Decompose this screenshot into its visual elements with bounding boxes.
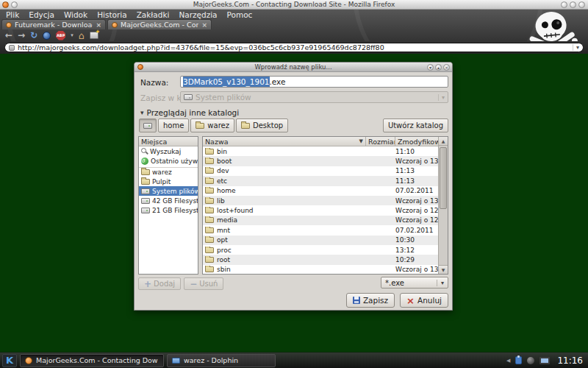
- places-item[interactable]: System plików: [139, 186, 198, 196]
- drive-icon: [184, 94, 193, 100]
- places-item[interactable]: Ostatnio używane: [139, 156, 198, 166]
- display-settings-icon[interactable]: [539, 357, 550, 364]
- save-button[interactable]: Zapisz: [346, 293, 395, 308]
- dialog-maximize-icon[interactable]: ▴: [435, 64, 442, 71]
- stop-button[interactable]: [43, 32, 51, 40]
- cancel-button[interactable]: × Anuluj: [400, 293, 448, 308]
- path-segment-button[interactable]: home: [158, 118, 189, 132]
- browser-tab[interactable]: Futuremark - Download - 3DM... ×: [1, 19, 106, 29]
- scroll-down-icon[interactable]: ▼: [439, 265, 448, 274]
- file-row[interactable]: bin 11:10: [203, 146, 438, 156]
- adblock-chevron-icon[interactable]: ▾: [71, 30, 74, 40]
- file-filter-combo[interactable]: *.exe ▾: [381, 277, 448, 289]
- menu-item[interactable]: Plik: [6, 10, 19, 19]
- menu-item[interactable]: Pomoc: [227, 10, 253, 19]
- window-titlebar[interactable]: MajorGeeks.Com - Contacting Download Sit…: [0, 0, 588, 10]
- scrollbar-thumb[interactable]: [440, 147, 447, 209]
- add-bookmark-button[interactable]: + Dodaj: [138, 277, 181, 290]
- file-row[interactable]: media Wczoraj o 12:22: [203, 216, 438, 225]
- filter-value: *.exe: [385, 279, 404, 287]
- adblock-plus-icon[interactable]: ABP: [56, 31, 65, 40]
- folder-icon: [241, 123, 250, 129]
- taskbar-task[interactable]: MajorGeeks.Com - Contacting Dow: [20, 354, 164, 367]
- file-modified: Wczoraj o 13:03: [395, 266, 438, 273]
- back-button[interactable]: ←: [5, 30, 12, 40]
- location-bar-row: http://majorgeeks.com/downloadget.php?id…: [0, 41, 588, 54]
- places-item[interactable]: 42 GB Filesystem: [139, 196, 198, 205]
- place-label: Pulpit: [152, 178, 171, 185]
- close-button[interactable]: [578, 1, 585, 8]
- column-header-modified[interactable]: Zmodyfikowany: [395, 137, 438, 146]
- floppy-icon: [353, 297, 360, 304]
- places-item[interactable]: warez: [139, 167, 198, 177]
- path-root-button[interactable]: [139, 118, 157, 132]
- cancel-label: Anuluj: [417, 296, 442, 305]
- path-segment-button[interactable]: warez: [190, 118, 234, 132]
- create-folder-button[interactable]: Utwórz katalog: [383, 118, 448, 132]
- clock[interactable]: 11:16: [557, 355, 583, 366]
- file-name: home: [217, 187, 236, 194]
- column-header-name[interactable]: Nazwa ▼: [203, 137, 366, 146]
- file-row[interactable]: dev 11:13: [203, 166, 438, 176]
- file-name: boot: [217, 158, 232, 165]
- places-item[interactable]: Pulpit: [139, 177, 198, 186]
- dialog-minimize-icon[interactable]: ▾: [427, 64, 434, 71]
- forward-button[interactable]: →: [18, 30, 25, 40]
- remove-label: Usuń: [199, 280, 218, 288]
- kde-menu-button[interactable]: K: [2, 354, 17, 367]
- places-header[interactable]: Miejsca: [139, 137, 198, 146]
- file-row[interactable]: boot Wczoraj o 13:03: [203, 156, 438, 166]
- home-button[interactable]: ⌂: [79, 30, 85, 40]
- file-row[interactable]: root 10:29: [203, 255, 438, 264]
- tab-favicon-icon: [112, 22, 118, 28]
- filename-input[interactable]: 3DMark05_v130_1901.exe: [180, 76, 448, 88]
- device-notifier-icon[interactable]: [527, 357, 534, 364]
- browser-tab[interactable]: MajorGeeks.Com - Contacting ... ×: [107, 19, 212, 29]
- url-history-chevron-icon[interactable]: ▾: [573, 44, 579, 51]
- tab-close-icon[interactable]: ×: [201, 21, 207, 29]
- window-menu-button[interactable]: [11, 1, 18, 8]
- places-item[interactable]: 21 GB Filesystem: [139, 205, 198, 215]
- file-row[interactable]: opt 10:30: [203, 236, 438, 245]
- file-row[interactable]: proc 13:12: [203, 245, 438, 255]
- dialog-titlebar[interactable]: Wprowadź nazwę pliku... ▾ ▴ ×: [135, 63, 452, 72]
- remove-bookmark-button[interactable]: − Usuń: [184, 277, 223, 290]
- path-segment-button[interactable]: Desktop: [236, 118, 288, 132]
- taskbar-task[interactable]: warez - Dolphin: [167, 354, 276, 367]
- minimize-button[interactable]: [561, 1, 567, 8]
- klipper-icon[interactable]: [515, 356, 522, 364]
- url-text[interactable]: http://majorgeeks.com/downloadget.php?id…: [18, 43, 570, 52]
- reload-button[interactable]: ↻: [30, 30, 37, 40]
- file-modified: Wczoraj o 13:03: [395, 158, 438, 165]
- scroll-up-icon[interactable]: ▲: [439, 137, 448, 146]
- path-segment-label: warez: [207, 121, 229, 130]
- file-row[interactable]: lib Wczoraj o 13:16: [203, 196, 438, 205]
- tab-close-icon[interactable]: ×: [96, 21, 101, 29]
- url-input[interactable]: http://majorgeeks.com/downloadget.php?id…: [4, 43, 584, 52]
- file-row[interactable]: etc 11:13: [203, 176, 438, 185]
- file-list-header: Nazwa ▼ Rozmiar Zmodyfikowany: [203, 137, 438, 146]
- places-item[interactable]: Wyszukaj: [139, 146, 198, 156]
- place-icon: [141, 169, 150, 175]
- maximize-button[interactable]: [570, 1, 576, 8]
- file-row[interactable]: mnt 07.02.2011: [203, 225, 438, 235]
- tab-label: MajorGeeks.Com - Contacting ...: [121, 21, 198, 29]
- menu-item[interactable]: Edycja: [29, 10, 54, 19]
- save-label: Zapisz: [363, 296, 388, 305]
- folder-icon: [205, 158, 214, 164]
- file-row[interactable]: sbin Wczoraj o 13:03: [203, 265, 438, 274]
- bookmark-icon[interactable]: [90, 32, 98, 39]
- scrollbar[interactable]: ▲ ▼: [438, 137, 448, 274]
- menu-item[interactable]: Zakładki: [137, 10, 170, 19]
- menu-item[interactable]: Historia: [97, 10, 127, 19]
- place-icon: [141, 179, 150, 185]
- menu-item[interactable]: Narzędzia: [179, 10, 217, 19]
- column-header-size[interactable]: Rozmiar: [366, 137, 395, 146]
- tray-expander-icon[interactable]: ◀: [506, 358, 510, 364]
- browse-other-folders-expander[interactable]: ▾ Przeglądaj inne katalogi: [140, 108, 239, 117]
- dialog-close-icon[interactable]: ×: [443, 64, 450, 71]
- file-row[interactable]: lost+found Wczoraj o 12:22: [203, 205, 438, 215]
- file-name: proc: [217, 247, 232, 254]
- menu-item[interactable]: Widok: [64, 10, 87, 19]
- file-row[interactable]: home 07.02.2011: [203, 186, 438, 196]
